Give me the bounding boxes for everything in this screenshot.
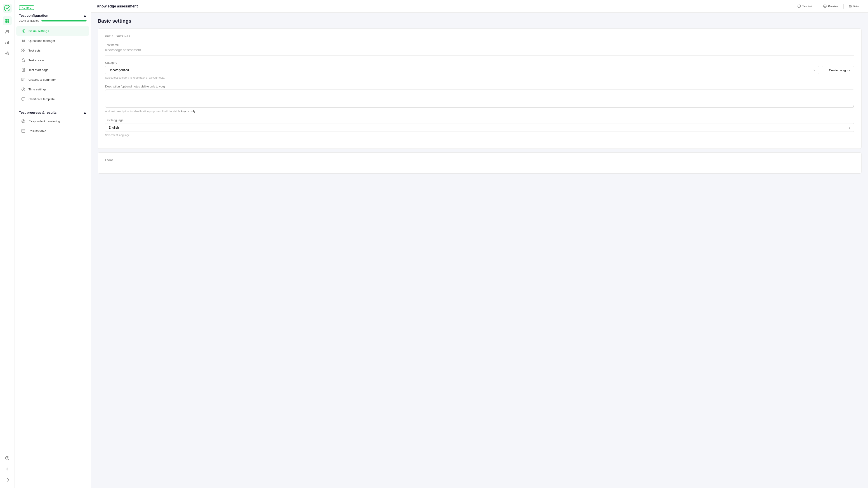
test-info-button[interactable]: i Test info	[794, 3, 816, 9]
nav-basic-settings[interactable]: Basic settings	[16, 26, 89, 36]
logo-card: LOGO	[98, 152, 862, 174]
nav-time-settings[interactable]: Time settings	[16, 85, 89, 94]
progress-bar-wrap: 100% completed	[19, 19, 87, 22]
svg-rect-23	[24, 49, 25, 50]
category-label: Category	[105, 61, 854, 64]
svg-point-28	[23, 69, 24, 70]
logo-label: LOGO	[105, 159, 854, 162]
nav-test-sets[interactable]: Test sets	[16, 45, 89, 55]
nav-time-settings-label: Time settings	[29, 88, 46, 91]
users-icon-btn[interactable]	[3, 27, 12, 36]
test-name-field: Test name Knowledge assessment	[105, 43, 854, 56]
test-sets-icon	[21, 48, 26, 53]
description-field: Description (optional notes visible only…	[105, 85, 854, 113]
certificate-template-icon	[21, 96, 26, 101]
results-table-icon	[21, 128, 26, 133]
description-input[interactable]	[105, 90, 854, 108]
preview-button[interactable]: Preview	[820, 3, 842, 9]
icon-bar: ?	[0, 0, 14, 488]
nav-questions-manager-label: Questions manager	[29, 39, 55, 42]
active-badge: ACTIVE	[19, 5, 34, 10]
expand-icon-btn[interactable]	[3, 475, 12, 484]
config-nav: Basic settings Questions manager	[14, 25, 91, 105]
nav-basic-settings-label: Basic settings	[29, 29, 49, 33]
category-chevron-icon: ∨	[813, 68, 815, 72]
svg-rect-1	[5, 19, 7, 21]
nav-questions-manager[interactable]: Questions manager	[16, 36, 89, 45]
gear-icon-btn[interactable]	[3, 49, 12, 58]
language-chevron-icon: ∨	[848, 126, 851, 129]
chart-icon-btn[interactable]	[3, 38, 12, 47]
nav-test-access-label: Test access	[29, 59, 44, 62]
svg-rect-34	[22, 98, 25, 100]
create-category-label: Create category	[829, 68, 850, 72]
nav-test-sets-label: Test sets	[29, 49, 40, 52]
language-field: Test language English ∨ Select test lang…	[105, 118, 854, 137]
print-button[interactable]: Print	[845, 3, 863, 9]
test-name-divider	[105, 55, 854, 56]
topbar: Knowledge assessment i Test info Preview	[91, 0, 868, 13]
logo-button[interactable]	[3, 4, 12, 13]
test-name-value: Knowledge assessment	[105, 48, 854, 52]
svg-point-14	[23, 30, 24, 32]
nav-respondent-monitoring[interactable]: Respondent monitoring	[16, 116, 89, 126]
svg-rect-8	[7, 41, 8, 44]
nav-respondent-monitoring-label: Respondent monitoring	[29, 120, 60, 123]
svg-rect-24	[22, 51, 23, 52]
basic-settings-icon	[21, 29, 26, 33]
create-category-button[interactable]: + Create category	[822, 66, 854, 74]
svg-point-5	[6, 30, 7, 32]
nav-results-table-label: Results table	[29, 129, 46, 133]
test-name-label: Test name	[105, 43, 854, 47]
language-label: Test language	[105, 118, 854, 122]
svg-point-10	[6, 53, 8, 54]
page-title: Basic settings	[98, 18, 862, 24]
nav-certificate-template[interactable]: Certificate template	[16, 94, 89, 104]
test-config-section-title[interactable]: Test configuration ▲	[19, 13, 87, 18]
svg-rect-46	[849, 6, 851, 7]
svg-text:?: ?	[6, 457, 8, 460]
collapse-icon: ▲	[83, 13, 87, 18]
progress-bar-bg	[41, 20, 87, 22]
svg-rect-26	[22, 60, 25, 62]
category-select[interactable]: Uncategorized ∨	[105, 66, 819, 74]
content-area: Basic settings INITIAL SETTINGS Test nam…	[91, 13, 868, 488]
sidebar-header: ACTIVE Test configuration ▲ 100% complet…	[14, 4, 91, 25]
svg-point-44	[825, 6, 826, 7]
info-icon: i	[798, 4, 801, 8]
results-section-header: Test progress & results ▲	[14, 109, 91, 115]
language-select[interactable]: English ∨	[105, 123, 854, 132]
print-icon	[848, 4, 852, 8]
progress-label: 100% completed	[19, 19, 39, 22]
results-nav: Respondent monitoring Results table	[14, 115, 91, 137]
back-icon-btn[interactable]	[3, 464, 12, 474]
category-value: Uncategorized	[108, 68, 129, 72]
topbar-separator-2	[843, 4, 844, 8]
questions-manager-icon	[21, 38, 26, 43]
grid-icon-btn[interactable]	[3, 16, 12, 25]
create-category-plus-icon: +	[826, 68, 828, 72]
svg-rect-25	[24, 51, 25, 52]
svg-text:i: i	[799, 5, 800, 8]
nav-test-start-page[interactable]: Test start page	[16, 65, 89, 74]
svg-rect-3	[5, 21, 7, 23]
category-hint: Select test category to keep track of al…	[105, 76, 854, 79]
topbar-title: Knowledge assessment	[97, 4, 138, 8]
nav-test-access[interactable]: Test access	[16, 55, 89, 65]
progress-bar-fill	[41, 20, 87, 22]
results-section-title[interactable]: Test progress & results ▲	[19, 111, 87, 114]
language-value: English	[108, 126, 119, 129]
initial-settings-label: INITIAL SETTINGS	[105, 35, 854, 38]
nav-grading-summary[interactable]: Grading & summary	[16, 75, 89, 84]
svg-rect-4	[7, 21, 9, 23]
nav-results-table[interactable]: Results table	[16, 126, 89, 135]
preview-icon	[823, 4, 827, 8]
nav-certificate-template-label: Certificate template	[29, 97, 55, 101]
test-access-icon	[21, 58, 26, 63]
help-icon-btn[interactable]: ?	[3, 454, 12, 463]
svg-point-0	[4, 5, 10, 11]
svg-rect-2	[7, 19, 9, 21]
main-area: Knowledge assessment i Test info Preview	[91, 0, 868, 488]
respondent-monitoring-icon	[21, 119, 26, 124]
svg-point-36	[23, 120, 24, 122]
